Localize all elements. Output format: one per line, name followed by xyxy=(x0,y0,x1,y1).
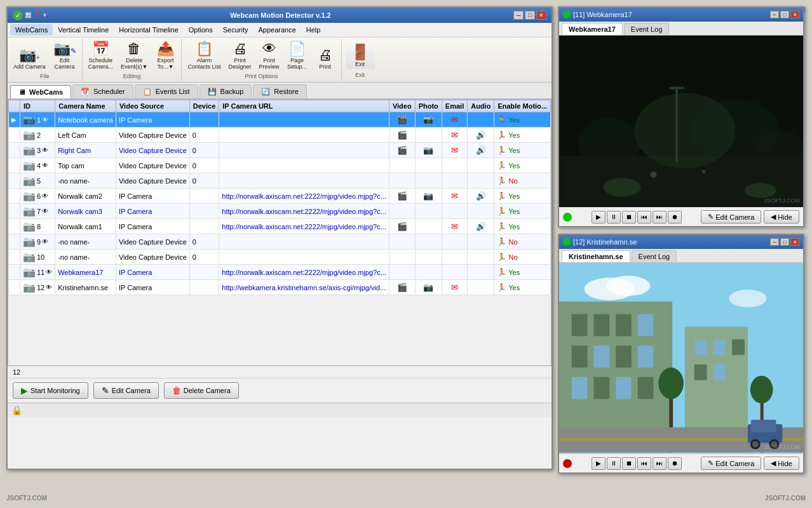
cam1-record-button[interactable]: ⏺ xyxy=(668,211,682,224)
row-eye-icon: 👁 xyxy=(42,116,48,123)
menu-options[interactable]: Options xyxy=(184,24,218,36)
print-preview-button[interactable]: 👁 PrintPreview xyxy=(256,40,283,72)
photo-icon: 📷 xyxy=(423,145,433,155)
cam2-tab-camera[interactable]: Kristinehamn.se xyxy=(562,250,630,262)
table-row[interactable]: 📷 2 Left Cam Video Capture Device 0 🎬 ✉ … xyxy=(9,128,551,143)
delete-events-button[interactable]: 🗑 DeleteEvent(s)▼ xyxy=(118,40,151,72)
cam2-tabs: Kristinehamn.se Event Log xyxy=(559,249,803,263)
cam2-hide-button[interactable]: ◀ Hide xyxy=(764,457,799,470)
table-row[interactable]: 📷 7 👁 Norwalk cam3 IP Camera http://norw… xyxy=(9,204,551,219)
row-url xyxy=(219,158,389,173)
row-video-source: IP Camera xyxy=(116,189,189,204)
th-audio[interactable]: Audio xyxy=(468,100,494,112)
cam2-play-button[interactable]: ▶ xyxy=(592,457,606,470)
menu-webcams[interactable]: WebCams xyxy=(10,24,53,36)
print-button[interactable]: 🖨 Print xyxy=(312,46,339,72)
tab-restore[interactable]: 🔄 Restore xyxy=(253,84,307,98)
row-camera-name: Left Cam xyxy=(55,128,116,143)
print-designer-button[interactable]: 🖨 PrintDesigner xyxy=(226,40,255,72)
menu-vertical-timeline[interactable]: Vertical Timeline xyxy=(53,24,114,36)
table-row[interactable]: 📷 11 👁 Webkamera17 IP Camera http://norw… xyxy=(9,265,551,280)
th-camera-name[interactable]: Camera Name xyxy=(55,100,116,112)
cam1-hide-button[interactable]: ◀ Hide xyxy=(764,210,799,224)
cam2-min-button[interactable]: ─ xyxy=(770,238,779,246)
table-row[interactable]: 📷 12 👁 Kristinehamn.se IP Camera http://… xyxy=(9,280,551,295)
cam2-close-button[interactable]: ✕ xyxy=(790,238,799,246)
cam1-pause-button[interactable]: ⏸ xyxy=(607,211,621,224)
cam1-play-button[interactable]: ▶ xyxy=(592,211,606,224)
page-setup-button[interactable]: 📄 PageSetup... xyxy=(284,40,311,72)
th-id[interactable]: ID xyxy=(20,100,55,112)
row-id: 📷 1 👁 xyxy=(20,112,55,128)
cam1-status-dot xyxy=(563,11,571,18)
tab-webcams[interactable]: 🖥 WebCams xyxy=(10,85,71,98)
row-url: http://norwalk.axiscam.net:2222/mjpg/vid… xyxy=(219,189,389,204)
maximize-button[interactable]: □ xyxy=(525,11,535,20)
th-email[interactable]: Email xyxy=(442,100,467,112)
cam2-pause-button[interactable]: ⏸ xyxy=(607,457,621,470)
photo-icon: 📷 xyxy=(423,115,433,124)
row-motion-icon: 🏃 xyxy=(497,207,506,216)
exit-button[interactable]: 🚪 Exit xyxy=(346,41,375,69)
cam1-forward-button[interactable]: ⏭ xyxy=(653,211,667,224)
cam1-close-button[interactable]: ✕ xyxy=(790,11,799,18)
add-camera-button[interactable]: 📷+ Add Camera xyxy=(10,46,49,72)
table-row[interactable]: 📷 4 👁 Top cam Video Capture Device 0 🏃 Y… xyxy=(9,158,551,173)
th-video[interactable]: Video xyxy=(389,100,415,112)
cam1-stop-button[interactable]: ⏹ xyxy=(622,211,636,224)
row-arrow xyxy=(9,189,20,204)
exit-label: Exit xyxy=(355,61,365,67)
schedule-camera-button[interactable]: 📅 ScheduleCamera... xyxy=(85,40,117,72)
tab-scheduler[interactable]: 📅 Scheduler xyxy=(72,84,133,98)
export-to-button[interactable]: 📤 ExportTo...▼ xyxy=(152,40,179,72)
tab-bar: 🖥 WebCams 📅 Scheduler 📋 Events List 💾 Ba… xyxy=(8,83,551,99)
cam2-stop-button[interactable]: ⏹ xyxy=(622,457,636,470)
row-email-icon: ✉ xyxy=(442,112,467,128)
close-button[interactable]: ✕ xyxy=(536,11,546,20)
menu-horizontal-timeline[interactable]: Horizontal Timeline xyxy=(114,24,184,36)
cam2-record-button[interactable]: ⏺ xyxy=(668,457,682,470)
table-row[interactable]: 📷 10 -no name- Video Capture Device 0 🏃 … xyxy=(9,250,551,265)
cam1-tab-camera[interactable]: Webkamera17 xyxy=(562,23,623,35)
edit-camera-button[interactable]: 📷✎ EditCamera xyxy=(50,40,79,72)
menu-help[interactable]: Help xyxy=(301,24,326,36)
cam1-rewind-button[interactable]: ⏮ xyxy=(637,211,651,224)
table-row[interactable]: 📷 5 -no name- Video Capture Device 0 🏃 N… xyxy=(9,173,551,189)
table-row[interactable]: 📷 6 👁 Norwalk cam2 IP Camera http://norw… xyxy=(9,189,551,204)
th-ip-url[interactable]: IP Camera URL xyxy=(219,100,389,112)
cam2-forward-button[interactable]: ⏭ xyxy=(653,457,667,470)
cam2-rewind-button[interactable]: ⏮ xyxy=(637,457,651,470)
start-monitoring-button[interactable]: ▶ Start Monitoring xyxy=(13,382,88,399)
camera-table-body: ▶ 📷 1 👁 Notebook camera IP Camera 🎬 📷 ✉ … xyxy=(9,112,551,295)
delete-camera-button[interactable]: 🗑 Delete Camera xyxy=(164,382,239,399)
table-row[interactable]: 📷 9 👁 -no name- Video Capture Device 0 🏃… xyxy=(9,234,551,250)
th-motion[interactable]: Enable Motio... xyxy=(494,100,551,112)
cam2-tab-camera-label: Kristinehamn.se xyxy=(569,253,623,260)
table-row[interactable]: 📷 8 Norwalk cam1 IP Camera http://norwal… xyxy=(9,219,551,234)
svg-point-36 xyxy=(658,368,684,399)
table-row[interactable]: ▶ 📷 1 👁 Notebook camera IP Camera 🎬 📷 ✉ … xyxy=(9,112,551,128)
cam2-tab-eventlog[interactable]: Event Log xyxy=(632,250,677,262)
row-id-num: 12 xyxy=(37,284,44,291)
cam2-edit-camera-button[interactable]: ✎ Edit Camera xyxy=(701,457,761,470)
row-photo-icon xyxy=(415,219,442,234)
cam1-tab-eventlog[interactable]: Event Log xyxy=(624,23,670,35)
edit-camera-icon: 📷✎ xyxy=(53,42,76,56)
cam1-edit-camera-button[interactable]: ✎ Edit Camera xyxy=(701,210,761,224)
th-device[interactable]: Device xyxy=(189,100,219,112)
menu-security[interactable]: Security xyxy=(218,24,254,36)
tab-backup[interactable]: 💾 Backup xyxy=(200,84,252,98)
th-video-source[interactable]: Video Source xyxy=(116,100,189,112)
cam2-max-button[interactable]: □ xyxy=(780,238,789,246)
minimize-button[interactable]: ─ xyxy=(513,11,524,20)
menu-appearance[interactable]: Appearance xyxy=(253,24,301,36)
row-arrow xyxy=(9,173,20,189)
edit-camera-bottom-button[interactable]: ✎ Edit Camera xyxy=(93,382,159,399)
alarm-contacts-button[interactable]: 📋 AlarmContacts List xyxy=(184,40,224,72)
table-row[interactable]: 📷 3 👁 Right Cam Video Capture Device 0 🎬… xyxy=(9,143,551,158)
tab-events-list[interactable]: 📋 Events List xyxy=(135,84,198,98)
row-motion-value: Yes xyxy=(508,192,520,200)
cam1-min-button[interactable]: ─ xyxy=(770,11,779,18)
th-photo[interactable]: Photo xyxy=(415,100,442,112)
cam1-max-button[interactable]: □ xyxy=(780,11,789,18)
